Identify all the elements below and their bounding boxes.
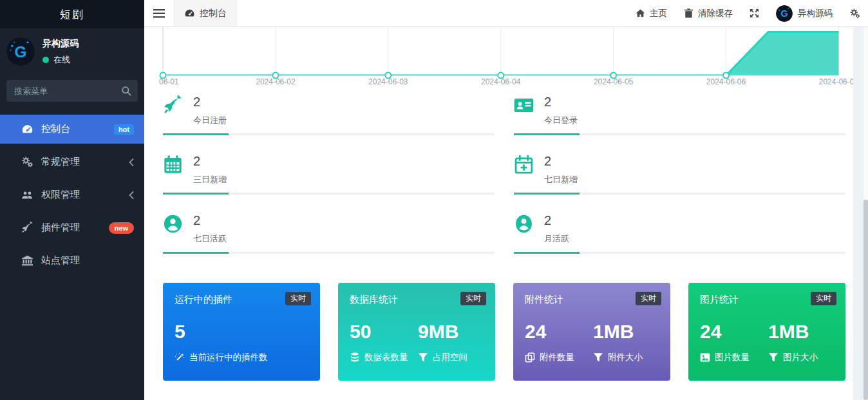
navbar-avatar: G	[776, 5, 793, 22]
stat-value: 2	[193, 155, 227, 168]
user-menu[interactable]: G 异构源码	[776, 5, 833, 22]
stat-month-active: 2 月活跃	[514, 214, 845, 254]
stat-progress-fill	[163, 133, 229, 135]
search-icon[interactable]	[121, 86, 131, 96]
user-panel: G 异构源码 在线	[0, 28, 144, 72]
rocket-icon	[21, 222, 33, 234]
stat-value: 2	[544, 155, 578, 168]
search-input[interactable]	[6, 80, 138, 102]
cogs-icon	[21, 156, 33, 168]
fullscreen-button[interactable]	[750, 8, 759, 18]
calendar-icon	[163, 155, 183, 175]
metric-value: 1MB	[768, 321, 836, 342]
stat-label: 七日新增	[544, 174, 578, 186]
clear-cache-link[interactable]: 清除缓存	[684, 8, 733, 19]
stat-three-day-new: 2 三日新增	[163, 155, 495, 195]
stat-label: 七日活跃	[193, 233, 227, 245]
fullscreen-icon	[750, 8, 759, 18]
metric-value: 5	[175, 321, 268, 342]
rocket-icon	[163, 95, 183, 115]
stat-seven-day-new: 2 七日新增	[514, 155, 845, 195]
metric-label: 当前运行中的插件数	[189, 352, 268, 363]
realtime-badge: 实时	[811, 292, 836, 305]
sidebar-item-label: 插件管理	[41, 222, 80, 234]
stat-value: 2	[193, 95, 227, 109]
calendar-plus-icon	[514, 155, 534, 175]
tab-dashboard[interactable]: 控制台	[173, 0, 238, 26]
stat-progress-fill	[514, 252, 580, 254]
sidebar-item-label: 站点管理	[41, 254, 80, 267]
hamburger-icon	[153, 9, 165, 18]
home-link[interactable]: 主页	[636, 8, 667, 19]
stat-label: 今日注册	[193, 115, 227, 126]
trash-icon	[684, 8, 693, 18]
user-avatar: G	[6, 37, 35, 66]
online-status-dot	[42, 57, 49, 63]
image-icon	[700, 352, 710, 363]
sidebar-toggle-button[interactable]	[144, 0, 173, 26]
metric-value: 24	[700, 321, 768, 342]
tab-label: 控制台	[200, 8, 227, 19]
svg-text:G: G	[780, 8, 788, 19]
stat-value: 2	[544, 95, 578, 109]
card-database-stats: 数据库统计 实时 50 数据表数量 9MB	[338, 283, 495, 381]
sidebar-item-site-management[interactable]: 站点管理	[0, 246, 144, 275]
top-navbar: 控制台 主页 清除缓存 G	[144, 0, 868, 27]
metric-label: 数据表数量	[364, 352, 408, 363]
stat-today-register: 2 今日注册	[163, 95, 495, 135]
sidebar-item-label: 控制台	[41, 123, 70, 135]
stat-progress-fill	[163, 193, 229, 195]
sidebar-item-permission-management[interactable]: 权限管理	[0, 180, 144, 209]
metric-value: 24	[525, 321, 593, 342]
summary-cards: 运行中的插件 实时 5 当前运行中的插件数 数据库统计	[163, 283, 845, 381]
stat-progress-track	[514, 193, 845, 195]
stat-progress-fill	[163, 252, 229, 254]
sidebar-item-general-management[interactable]: 常规管理	[0, 148, 144, 176]
metric-value: 9MB	[418, 321, 486, 342]
stat-label: 今日登录	[544, 115, 578, 126]
bank-icon	[21, 254, 33, 267]
realtime-badge: 实时	[460, 292, 486, 305]
navbar-username: 异构源码	[798, 8, 833, 19]
metric-label: 占用空间	[433, 352, 467, 363]
tachometer-icon	[21, 123, 33, 135]
settings-gear-icon[interactable]	[849, 8, 860, 19]
sidebar: 短剧 G 异构源码 在线	[0, 0, 144, 400]
tachometer-icon	[184, 8, 195, 19]
copy-icon	[525, 352, 535, 363]
card-attachment-stats: 附件统计 实时 24 附件数量 1MB	[513, 283, 670, 381]
stat-progress-fill	[514, 133, 580, 135]
sidebar-item-plugin-management[interactable]: 插件管理 new	[0, 213, 144, 242]
vertical-scrollbar[interactable]	[863, 27, 868, 400]
stat-progress-track	[163, 252, 495, 254]
content-right-gutter	[853, 27, 863, 400]
sidebar-item-dashboard[interactable]: 控制台 hot	[0, 115, 144, 144]
realtime-badge: 实时	[636, 292, 661, 305]
chevron-left-icon	[129, 191, 134, 199]
user-circle-solid-icon	[514, 214, 534, 234]
metric-value: 1MB	[593, 321, 661, 342]
metric-label: 附件大小	[608, 352, 643, 363]
realtime-badge: 实时	[285, 292, 311, 305]
user-circle-icon	[163, 214, 183, 234]
stat-progress-track	[163, 193, 495, 195]
stat-progress-track	[514, 133, 845, 135]
card-running-plugins: 运行中的插件 实时 5 当前运行中的插件数	[163, 283, 320, 381]
stat-progress-track	[514, 252, 845, 254]
online-status-text: 在线	[53, 54, 70, 66]
brand-title: 短剧	[0, 0, 144, 28]
sidebar-item-label: 常规管理	[41, 156, 80, 168]
scrollbar-thumb[interactable]	[863, 200, 868, 400]
id-card-icon	[514, 95, 534, 115]
stats-grid: 2 今日注册 2 今日登录	[163, 95, 845, 254]
svg-text:2024-06-07: 2024-06-07	[819, 77, 853, 86]
user-name: 异构源码	[42, 38, 79, 50]
stat-today-login: 2 今日登录	[514, 95, 845, 135]
chevron-left-icon	[129, 158, 134, 166]
stat-label: 三日新增	[193, 174, 227, 186]
home-icon	[636, 8, 645, 18]
hot-badge: hot	[114, 124, 134, 135]
users-icon	[21, 189, 33, 201]
metric-value: 50	[350, 321, 418, 342]
stat-label: 月活跃	[544, 233, 569, 245]
